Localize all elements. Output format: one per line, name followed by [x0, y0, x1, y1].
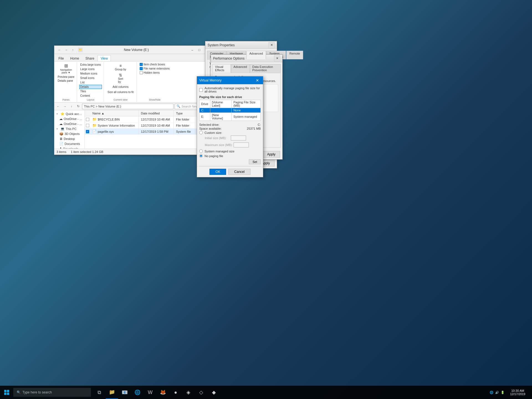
taskbar-icon-7[interactable]: ◈ — [182, 386, 195, 399]
virtual-memory-close[interactable]: ✕ — [254, 77, 261, 84]
table-row[interactable]: ✓ 📄 pagefile.sys 12/17/2019 1:58 PM Syst… — [85, 129, 212, 135]
no-paging-radio[interactable] — [199, 154, 203, 158]
taskbar-word[interactable]: W — [144, 386, 156, 399]
initial-size-input[interactable] — [231, 135, 246, 140]
group-by-button[interactable]: ≡ Group by — [106, 63, 135, 72]
maximize-button[interactable]: □ — [196, 47, 203, 53]
forward-button[interactable]: → — [63, 47, 69, 53]
add-columns-button[interactable]: Add columns — [106, 85, 135, 89]
row-checkbox-recycle[interactable] — [85, 118, 90, 121]
taskbar-icon-8[interactable]: ◇ — [195, 386, 207, 399]
sidebar-label-onedrive-family: OneDrive - Family — [64, 117, 83, 121]
details-option[interactable]: Details — [79, 85, 102, 89]
tab-visual-effects[interactable]: Visual Effects — [213, 64, 231, 73]
large-icons-option[interactable]: Large icons — [79, 67, 102, 71]
taskbar-outlook[interactable]: 📧 — [119, 386, 131, 399]
table-row[interactable]: 📁 $RECYCLE.BIN 12/17/2019 10:48 AM File … — [85, 116, 212, 122]
taskbar-icon-9[interactable]: ◆ — [208, 386, 220, 399]
tab-file[interactable]: File — [55, 55, 67, 61]
taskbar-task-view[interactable]: ⧉ — [93, 386, 105, 399]
row-checkbox-svi[interactable] — [85, 124, 90, 127]
selected-info: 1 item selected 1.24 GB — [71, 150, 103, 154]
custom-size-row[interactable]: Custom size: — [199, 131, 261, 134]
taskbar-search-box[interactable]: 🔍 Type here to search — [13, 388, 91, 397]
preview-pane-button[interactable]: Preview pane — [57, 75, 75, 79]
system-properties-close[interactable]: ✕ — [268, 42, 275, 48]
tray-volume-icon[interactable]: 🔊 — [495, 391, 499, 394]
tab-dep[interactable]: Data Execution Prevention — [250, 64, 281, 73]
address-up-btn[interactable]: ↑ — [69, 104, 74, 109]
col-header-name[interactable]: Name ▲ — [90, 110, 139, 116]
col-header-type[interactable]: Type — [174, 110, 195, 116]
list-option[interactable]: List — [79, 80, 102, 85]
sidebar-item-3d-objects[interactable]: 📦 3D Objects — [54, 131, 85, 136]
sidebar-item-documents[interactable]: 📄 Documents — [54, 141, 85, 146]
perf-apply-btn[interactable]: Apply — [262, 151, 280, 158]
tab-remote[interactable]: Remote — [286, 51, 303, 59]
hidden-items-checkbox[interactable] — [140, 71, 143, 74]
windows-logo-icon — [4, 390, 9, 395]
tab-view[interactable]: View — [98, 55, 111, 61]
start-button[interactable] — [0, 386, 13, 399]
address-forward-btn[interactable]: → — [62, 104, 68, 109]
address-path[interactable]: This PC > New Volume (E:) — [82, 104, 173, 109]
content-option[interactable]: Content — [79, 94, 102, 98]
sidebar-item-onedrive-family[interactable]: ☁ OneDrive - Family — [54, 116, 85, 121]
file-name-extensions-row[interactable]: ✓ File name extensions — [139, 67, 170, 70]
address-back-btn[interactable]: ← — [55, 104, 61, 109]
sidebar-item-this-pc[interactable]: ▾ 💻 This PC — [54, 126, 85, 131]
extra-large-icons-option[interactable]: Extra large icons — [79, 63, 102, 67]
sidebar-item-desktop[interactable]: 🖥 Desktop — [54, 136, 85, 141]
taskbar-edge[interactable]: 🌐 — [131, 386, 144, 399]
vm-ok-button[interactable]: OK — [209, 169, 226, 175]
row-checkbox-pagefile[interactable]: ✓ — [85, 130, 90, 133]
tab-advanced-perf[interactable]: Advanced — [231, 64, 250, 73]
taskbar-firefox[interactable]: 🦊 — [157, 386, 169, 399]
hidden-items-row[interactable]: Hidden items — [139, 71, 170, 75]
address-refresh-btn[interactable]: ↻ — [75, 104, 81, 109]
tab-advanced-sysprop[interactable]: Advanced — [246, 51, 266, 59]
documents-icon: 📄 — [59, 142, 63, 146]
sidebar-item-quick-access[interactable]: ▾ ⭐ Quick access — [54, 111, 85, 116]
taskbar-chrome[interactable]: ● — [170, 386, 182, 399]
tab-home[interactable]: Home — [67, 55, 82, 61]
col-header-date[interactable]: Date modified — [139, 110, 174, 116]
table-row[interactable]: 📁 System Volume Information 12/17/2019 1… — [85, 122, 212, 129]
checkbox-svi[interactable] — [86, 124, 89, 127]
checkbox-pagefile[interactable]: ✓ — [86, 130, 89, 133]
taskbar-file-explorer[interactable]: 📁 — [106, 386, 118, 399]
checkbox-recycle[interactable] — [86, 118, 89, 121]
auto-manage-checkbox[interactable] — [199, 88, 203, 92]
file-name-extensions-checkbox[interactable]: ✓ — [140, 67, 143, 70]
minimize-button[interactable]: – — [189, 47, 196, 53]
layout-group: Extra large icons Large icons Medium ico… — [78, 62, 104, 102]
sidebar-item-onedrive-personal[interactable]: ☁ OneDrive - Personal — [54, 121, 85, 126]
no-paging-row[interactable]: No paging file — [199, 154, 261, 158]
sort-by-button[interactable]: ⇅ Sortby — [106, 72, 135, 84]
item-check-boxes-checkbox[interactable]: ✓ — [140, 63, 143, 66]
up-button[interactable]: ↑ — [70, 47, 76, 53]
auto-manage-row[interactable]: Automatically manage paging file size fo… — [199, 86, 261, 93]
tray-network-icon[interactable]: 🌐 — [490, 391, 493, 394]
set-button[interactable]: Set — [249, 159, 261, 164]
tray-clock[interactable]: 10:30 AM 12/17/2019 — [508, 389, 528, 396]
performance-options-close[interactable]: ✕ — [274, 55, 280, 62]
tiles-option[interactable]: Tiles — [79, 89, 102, 93]
sidebar-item-downloads[interactable]: ⬇ Downloads — [54, 146, 85, 149]
medium-icons-option[interactable]: Medium icons — [79, 71, 102, 76]
vm-cancel-button[interactable]: Cancel — [228, 169, 250, 175]
drive-row-c[interactable]: C: None — [200, 108, 261, 113]
max-size-input[interactable] — [234, 142, 249, 147]
tray-battery-icon[interactable]: 🔋 — [501, 391, 505, 394]
item-check-boxes-row[interactable]: ✓ Item check boxes — [139, 63, 170, 66]
system-managed-row[interactable]: System managed size — [199, 149, 261, 153]
details-pane-button[interactable]: Details pane — [57, 79, 75, 83]
small-icons-option[interactable]: Small icons — [79, 76, 102, 80]
navigation-pane-button[interactable]: ⊞ Navigationpane ▼ — [59, 63, 73, 75]
custom-size-radio[interactable] — [199, 131, 203, 134]
size-columns-button[interactable]: Size all columns to fit — [106, 90, 135, 94]
drive-row-e[interactable]: E: [New Volume] System managed — [200, 113, 261, 121]
tab-share[interactable]: Share — [82, 55, 97, 61]
system-managed-radio[interactable] — [199, 149, 203, 153]
back-button[interactable]: ← — [57, 47, 63, 53]
